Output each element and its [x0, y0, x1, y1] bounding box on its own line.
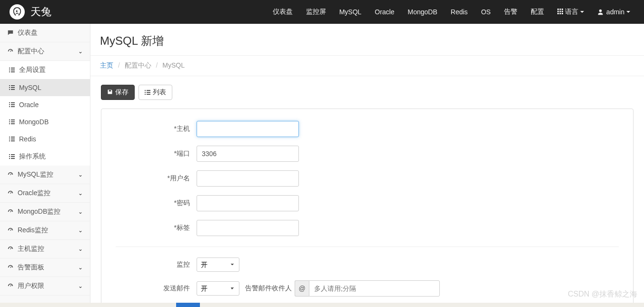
- brand-name: 天兔: [30, 5, 51, 19]
- nav-monitor-screen[interactable]: 监控屏: [299, 0, 333, 23]
- password-input[interactable]: [197, 195, 299, 211]
- pass-label: *密码: [116, 199, 197, 208]
- port-label: *端口: [116, 149, 197, 158]
- svg-rect-2: [562, 9, 563, 10]
- sidebar-item-os[interactable]: 操作系统: [0, 148, 90, 166]
- sidebar-item-alert-panel[interactable]: 告警面板 ⌄: [0, 258, 90, 277]
- nav-language[interactable]: 语言: [551, 0, 591, 23]
- mail-label: 发送邮件: [116, 284, 197, 293]
- nav-user[interactable]: admin: [591, 1, 637, 23]
- user-label: *用户名: [116, 174, 197, 183]
- nav-os[interactable]: OS: [475, 1, 497, 23]
- svg-rect-6: [557, 13, 559, 14]
- sidebar-item-mysql[interactable]: MySQL: [0, 79, 90, 96]
- username-input[interactable]: [197, 170, 299, 187]
- main-content: MySQL 新增 主页 / 配置中心 / MySQL 保存 列表: [90, 24, 644, 307]
- taskbar-hint: [0, 303, 644, 307]
- list-icon: [9, 153, 15, 160]
- nav-mysql[interactable]: MySQL: [333, 1, 368, 23]
- sidebar-item-dashboard[interactable]: 仪表盘: [0, 24, 90, 42]
- grid-icon: [557, 8, 563, 16]
- top-nav-menu: 仪表盘 监控屏 MySQL Oracle MongoDB Redis OS 告警…: [266, 0, 637, 23]
- sidebar-item-oracle[interactable]: Oracle: [0, 96, 90, 113]
- sidebar-item-user-perm[interactable]: 用户权限 ⌄: [0, 277, 90, 296]
- comment-icon: [7, 30, 14, 36]
- mail-recipient-group: @: [295, 280, 440, 297]
- form-panel: *主机 *端口 *用户名 *密码 *标签: [101, 109, 634, 307]
- page-title: MySQL 新增: [100, 33, 634, 49]
- sidebar-label: 配置中心: [18, 47, 44, 56]
- brand-logo-icon: [10, 4, 25, 20]
- chevron-down-icon: ⌄: [78, 227, 83, 234]
- breadcrumb-home[interactable]: 主页: [100, 61, 113, 69]
- svg-rect-0: [557, 9, 559, 10]
- list-button-label: 列表: [153, 88, 166, 97]
- mail-recipient-input[interactable]: [309, 280, 440, 297]
- breadcrumb-section: 配置中心: [125, 61, 151, 69]
- svg-rect-8: [562, 13, 563, 14]
- sidebar-item-mongodb[interactable]: MongoDB: [0, 113, 90, 130]
- host-input[interactable]: [197, 121, 299, 137]
- list-icon: [9, 101, 15, 108]
- host-label: *主机: [116, 125, 197, 133]
- list-icon: [9, 119, 15, 125]
- nav-dashboard[interactable]: 仪表盘: [266, 0, 299, 23]
- user-icon: [597, 9, 604, 15]
- sidebar-label: MongoDB: [19, 118, 49, 126]
- taskbar-blue-segment: [176, 303, 200, 307]
- nav-redis[interactable]: Redis: [444, 1, 475, 23]
- sidebar-item-mysql-monitor[interactable]: MySQL监控 ⌄: [0, 166, 90, 184]
- tag-input[interactable]: [197, 220, 299, 236]
- chevron-down-icon: ⌄: [78, 264, 83, 271]
- at-addon: @: [295, 280, 309, 297]
- sidebar-item-host-monitor[interactable]: 主机监控 ⌄: [0, 240, 90, 258]
- dashboard-icon: [7, 283, 14, 289]
- sidebar-item-mongodb-monitor[interactable]: MongoDB监控 ⌄: [0, 203, 90, 221]
- sidebar-item-config-center[interactable]: 配置中心 ⌄: [0, 42, 90, 61]
- svg-rect-7: [559, 13, 561, 14]
- chevron-down-icon: ⌄: [78, 48, 83, 55]
- save-button[interactable]: 保存: [101, 85, 135, 100]
- list-button[interactable]: 列表: [139, 85, 172, 100]
- dashboard-icon: [7, 264, 14, 271]
- sidebar-item-redis-monitor[interactable]: Redis监控 ⌄: [0, 221, 90, 240]
- list-icon: [9, 136, 15, 142]
- breadcrumb-sep: /: [156, 61, 158, 69]
- caret-down-icon: [580, 11, 584, 13]
- sidebar-label: 用户权限: [18, 282, 44, 290]
- save-button-label: 保存: [115, 88, 129, 97]
- list-icon: [145, 89, 150, 96]
- breadcrumb-sep: /: [118, 61, 120, 69]
- dashboard-icon: [7, 246, 14, 252]
- tag-label: *标签: [116, 224, 197, 232]
- list-icon: [9, 67, 15, 73]
- sidebar-label: Redis: [19, 135, 36, 143]
- nav-mongodb[interactable]: MongoDB: [401, 1, 444, 23]
- sidebar-item-redis[interactable]: Redis: [0, 130, 90, 148]
- sidebar-label: Oracle监控: [18, 189, 50, 198]
- monitor-label: 监控: [116, 260, 197, 269]
- sidebar-label: 全局设置: [19, 66, 46, 74]
- top-navbar: 天兔 仪表盘 监控屏 MySQL Oracle MongoDB Redis OS…: [0, 0, 644, 24]
- chevron-down-icon: ⌄: [78, 208, 83, 215]
- sidebar-label: MySQL: [19, 84, 41, 91]
- sidebar: 仪表盘 配置中心 ⌄ 全局设置 MySQL Oracle MongoDB: [0, 24, 90, 307]
- nav-oracle[interactable]: Oracle: [368, 1, 401, 23]
- mail-select[interactable]: 开: [197, 281, 239, 296]
- save-icon: [107, 89, 113, 96]
- port-input[interactable]: [197, 146, 299, 162]
- dashboard-icon: [7, 171, 14, 178]
- dashboard-icon: [7, 48, 14, 55]
- sidebar-label: MongoDB监控: [18, 208, 60, 216]
- nav-config[interactable]: 配置: [524, 0, 551, 23]
- sidebar-label: 主机监控: [18, 245, 44, 253]
- sidebar-label: 告警面板: [18, 263, 44, 272]
- brand[interactable]: 天兔: [7, 4, 51, 20]
- nav-alert[interactable]: 告警: [497, 0, 524, 23]
- breadcrumb: 主页 / 配置中心 / MySQL: [90, 56, 644, 76]
- sidebar-item-global-settings[interactable]: 全局设置: [0, 61, 90, 79]
- monitor-select[interactable]: 开: [197, 257, 239, 272]
- sidebar-label: 仪表盘: [18, 29, 38, 37]
- sidebar-item-oracle-monitor[interactable]: Oracle监控 ⌄: [0, 184, 90, 203]
- svg-rect-1: [559, 9, 561, 10]
